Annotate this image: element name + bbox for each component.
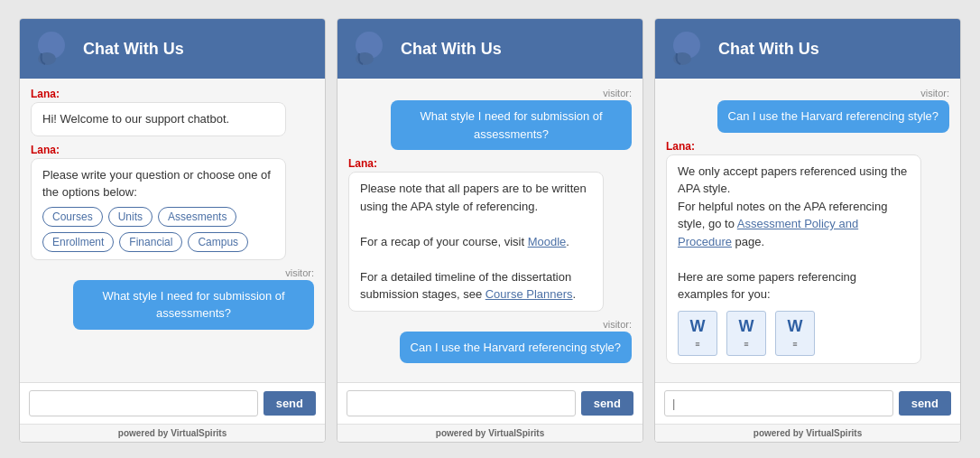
powered-by-label-2: powered by bbox=[436, 428, 486, 438]
agent-bubble-1: Hi! Welcome to our support chatbot. bbox=[31, 102, 286, 136]
option-financial[interactable]: Financial bbox=[119, 232, 182, 252]
chat-title-1: Chat With Us bbox=[83, 40, 184, 59]
powered-by-1: powered by VirtualSpirits bbox=[20, 424, 325, 442]
chat-panels-container: Chat With Us Lana: Hi! Welcome to our su… bbox=[19, 18, 961, 443]
doc-icon-label-1: ≡ bbox=[695, 339, 699, 351]
agent-text-2e: . bbox=[573, 287, 577, 301]
agent-bubble-2: Please note that all papers are to be wr… bbox=[348, 172, 604, 312]
option-courses[interactable]: Courses bbox=[42, 207, 103, 227]
doc-icon-label-3: ≡ bbox=[792, 339, 797, 351]
agent-options-message: Lana: Please write your question or choo… bbox=[31, 144, 314, 260]
option-campus[interactable]: Campus bbox=[188, 232, 248, 252]
visitor-label-3a: visitor: bbox=[920, 88, 949, 98]
doc-icon-w-1: W bbox=[690, 314, 706, 339]
chat-widget-3: Chat With Us visitor: Can I use the Harv… bbox=[654, 18, 961, 443]
options-intro: Please write your question or choose one… bbox=[42, 168, 271, 200]
chat-icon-1 bbox=[34, 30, 72, 68]
send-button-3[interactable]: send bbox=[899, 391, 951, 416]
powered-by-2: powered by VirtualSpirits bbox=[337, 424, 643, 442]
agent-text-2a: Please note that all papers are to be wr… bbox=[360, 182, 587, 213]
visitor-message-2a: visitor: What style I need for submissio… bbox=[348, 88, 632, 150]
doc-icon-1[interactable]: W ≡ bbox=[678, 311, 717, 356]
chat-title-3: Chat With Us bbox=[718, 40, 819, 59]
agent-text-3a: We only accept papers referenced using t… bbox=[678, 164, 907, 196]
chat-widget-1: Chat With Us Lana: Hi! Welcome to our su… bbox=[19, 18, 326, 443]
powered-by-3: powered by VirtualSpirits bbox=[655, 424, 960, 442]
chat-header-2: Chat With Us bbox=[337, 19, 643, 79]
doc-icon-w-3: W bbox=[788, 314, 803, 339]
doc-icon-w-2: W bbox=[739, 314, 754, 339]
chat-title-2: Chat With Us bbox=[401, 40, 502, 59]
option-assesments[interactable]: Assesments bbox=[158, 207, 236, 227]
chat-body-3[interactable]: visitor: Can I use the Harvard referenci… bbox=[655, 79, 960, 382]
chat-footer-1: send bbox=[20, 382, 325, 424]
chat-icon-3 bbox=[670, 30, 707, 68]
visitor-bubble-1: What style I need for submission of asse… bbox=[73, 280, 314, 330]
chat-icon-2 bbox=[352, 30, 390, 68]
visitor-label-1: visitor: bbox=[285, 267, 314, 278]
agent-text-3c: page. bbox=[732, 235, 764, 248]
agent-message-1: Lana: Hi! Welcome to our support chatbot… bbox=[31, 88, 314, 136]
agent-label-2: Lana: bbox=[31, 144, 314, 156]
powered-by-brand-3: VirtualSpirits bbox=[806, 428, 862, 438]
agent-options-bubble: Please write your question or choose one… bbox=[31, 158, 286, 260]
doc-icon-label-2: ≡ bbox=[744, 339, 748, 351]
visitor-bubble-2b: Can I use the Harvard referencing style? bbox=[400, 332, 632, 364]
chat-footer-3: send bbox=[655, 382, 960, 424]
send-button-1[interactable]: send bbox=[263, 391, 316, 416]
agent-bubble-3: We only accept papers referenced using t… bbox=[666, 154, 921, 364]
chat-header-1: Chat With Us bbox=[20, 19, 325, 79]
doc-icons-container: W ≡ W ≡ W ≡ bbox=[678, 311, 910, 356]
chat-body-2[interactable]: visitor: What style I need for submissio… bbox=[337, 79, 643, 382]
visitor-message-2b: visitor: Can I use the Harvard referenci… bbox=[348, 319, 632, 364]
course-planners-link[interactable]: Course Planners bbox=[485, 287, 573, 301]
option-enrollment[interactable]: Enrollment bbox=[42, 232, 114, 252]
agent-message-3: Lana: We only accept papers referenced u… bbox=[666, 140, 949, 364]
agent-label-1: Lana: bbox=[31, 88, 314, 100]
chat-input-1[interactable] bbox=[29, 390, 258, 416]
powered-by-label-1: powered by bbox=[118, 428, 169, 438]
visitor-label-2a: visitor: bbox=[603, 88, 632, 98]
agent-text-2b: For a recap of your course, visit bbox=[360, 235, 528, 248]
doc-icon-2[interactable]: W ≡ bbox=[726, 311, 766, 356]
visitor-label-2b: visitor: bbox=[603, 319, 632, 330]
chat-input-2[interactable] bbox=[347, 390, 576, 416]
option-units[interactable]: Units bbox=[108, 207, 153, 227]
powered-by-brand-1: VirtualSpirits bbox=[171, 428, 227, 438]
powered-by-brand-2: VirtualSpirits bbox=[488, 428, 544, 438]
powered-by-label-3: powered by bbox=[753, 428, 804, 438]
visitor-message-1: visitor: What style I need for submissio… bbox=[31, 267, 314, 330]
options-container: Courses Units Assesments Enrollment Fina… bbox=[42, 207, 274, 252]
chat-input-3[interactable] bbox=[664, 390, 893, 416]
send-button-2[interactable]: send bbox=[581, 391, 633, 416]
visitor-message-3a: visitor: Can I use the Harvard referenci… bbox=[666, 88, 949, 133]
agent-text-2c: . bbox=[566, 235, 569, 248]
chat-header-3: Chat With Us bbox=[655, 19, 960, 79]
chat-footer-2: send bbox=[337, 382, 643, 424]
chat-widget-2: Chat With Us visitor: What style I need … bbox=[337, 18, 643, 443]
doc-icon-3[interactable]: W ≡ bbox=[775, 311, 815, 356]
agent-text-3d: Here are some papers referencing example… bbox=[678, 270, 856, 302]
agent-message-2: Lana: Please note that all papers are to… bbox=[348, 157, 632, 312]
agent-label-3: Lana: bbox=[666, 140, 949, 153]
visitor-bubble-2a: What style I need for submission of asse… bbox=[391, 100, 632, 150]
moodle-link[interactable]: Moodle bbox=[528, 235, 567, 248]
chat-body-1[interactable]: Lana: Hi! Welcome to our support chatbot… bbox=[20, 79, 325, 382]
agent-label-2b: Lana: bbox=[348, 157, 632, 170]
visitor-bubble-3a: Can I use the Harvard referencing style? bbox=[717, 100, 949, 133]
